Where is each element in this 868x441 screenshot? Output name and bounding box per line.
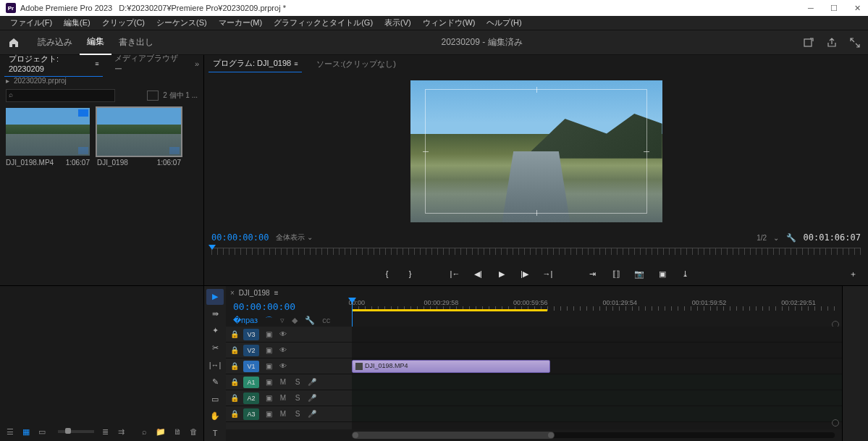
- panel-menu-icon[interactable]: ≡: [274, 289, 279, 297]
- track-v2[interactable]: [352, 343, 842, 358]
- track-a3[interactable]: [352, 406, 842, 422]
- lock-icon[interactable]: 🔒: [230, 410, 239, 418]
- project-item[interactable]: DJI_0198.MP41:06:07: [6, 108, 90, 167]
- new-bin-icon[interactable]: [147, 91, 159, 101]
- step-forward-button[interactable]: |▶: [518, 267, 531, 280]
- menu-window[interactable]: ウィンドウ(W): [417, 16, 481, 30]
- sequence-thumbnail[interactable]: [97, 108, 181, 156]
- toggle-output-icon[interactable]: ▣: [264, 346, 274, 354]
- window-close-button[interactable]: ✕: [852, 3, 862, 13]
- source-tab[interactable]: ソース:(クリップなし): [312, 56, 400, 72]
- settings-icon[interactable]: 🔧: [305, 316, 315, 325]
- timeline-ruler[interactable]: 00:00 00:00:29:58 00:00:59:56 00:01:29:5…: [352, 299, 835, 312]
- fit-dropdown[interactable]: 全体表示 ⌄: [276, 232, 313, 243]
- work-area-bar[interactable]: [352, 309, 547, 311]
- track-header-v2[interactable]: 🔒V2▣👁: [226, 343, 352, 358]
- program-timecode-in[interactable]: 00:00:00:00: [211, 232, 269, 243]
- menu-help[interactable]: ヘルプ(H): [481, 16, 527, 30]
- lock-icon[interactable]: 🔒: [230, 362, 239, 370]
- playback-resolution-dropdown[interactable]: 1/2 ⌄: [757, 234, 778, 242]
- go-to-out-button[interactable]: →|: [542, 267, 555, 280]
- rectangle-tool[interactable]: ▭: [206, 391, 224, 407]
- toggle-track-icon[interactable]: 👁: [278, 330, 288, 338]
- type-tool[interactable]: T: [206, 426, 224, 442]
- track-header-a1[interactable]: 🔒A1▣MS🎤: [226, 374, 352, 390]
- go-to-in-button[interactable]: |←: [449, 267, 462, 280]
- snap-toggle[interactable]: �праз: [233, 316, 258, 325]
- pen-tool[interactable]: ✎: [206, 374, 224, 390]
- play-button[interactable]: ▶: [495, 267, 508, 280]
- program-playhead[interactable]: [211, 245, 219, 252]
- project-item[interactable]: DJI_01981:06:07: [97, 108, 181, 167]
- scrollbar-thumb[interactable]: [352, 432, 555, 439]
- timeline-timecode[interactable]: 00:00:00:00: [233, 301, 295, 312]
- sequence-tab[interactable]: DJI_0198: [239, 289, 270, 297]
- track-a1[interactable]: [352, 374, 842, 390]
- caption-track-icon[interactable]: cc: [322, 316, 330, 324]
- step-back-button[interactable]: ◀|: [472, 267, 485, 280]
- menu-graphics[interactable]: グラフィックとタイトル(G): [268, 16, 379, 30]
- freeform-view-icon[interactable]: ▭: [38, 427, 46, 437]
- delete-button[interactable]: 🗑: [189, 427, 198, 437]
- find-icon[interactable]: ⌕: [140, 427, 148, 437]
- mark-out-button[interactable]: }: [404, 267, 417, 280]
- new-item-button[interactable]: 🗎: [173, 427, 182, 437]
- window-maximize-button[interactable]: ☐: [829, 3, 839, 13]
- toggle-output-icon[interactable]: ▣: [264, 330, 274, 338]
- slip-tool[interactable]: |↔|: [206, 357, 224, 373]
- track-header-a3[interactable]: 🔒A3▣MS🎤: [226, 406, 352, 422]
- lock-icon[interactable]: 🔒: [230, 378, 239, 386]
- panel-overflow-icon[interactable]: »: [195, 59, 199, 68]
- window-minimize-button[interactable]: ─: [806, 3, 816, 13]
- new-bin-button[interactable]: 📁: [156, 427, 166, 437]
- panel-menu-icon[interactable]: ≡: [95, 60, 98, 67]
- toggle-output-icon[interactable]: ▣: [264, 378, 274, 386]
- mark-in-button[interactable]: {: [381, 267, 394, 280]
- lock-icon[interactable]: 🔒: [230, 330, 239, 338]
- menu-clip[interactable]: クリップ(C): [96, 16, 151, 30]
- track-header-v3[interactable]: 🔒V3▣👁: [226, 327, 352, 343]
- share-icon[interactable]: [826, 37, 838, 49]
- marker-icon[interactable]: ◆: [292, 316, 298, 325]
- selection-tool[interactable]: ▶: [206, 289, 224, 305]
- track-v1[interactable]: DJI_0198.MP4: [352, 358, 842, 374]
- menu-sequence[interactable]: シーケンス(S): [151, 16, 213, 30]
- home-icon[interactable]: [7, 36, 20, 49]
- fullscreen-icon[interactable]: [849, 37, 861, 49]
- track-header-a2[interactable]: 🔒A2▣MS🎤: [226, 390, 352, 406]
- program-tab[interactable]: プログラム: DJI_0198≡: [208, 55, 302, 72]
- voiceover-icon[interactable]: 🎤: [307, 410, 317, 418]
- automate-to-sequence-icon[interactable]: ⇉: [117, 427, 126, 437]
- icon-view-icon[interactable]: ▦: [22, 427, 30, 437]
- menu-marker[interactable]: マーカー(M): [213, 16, 269, 30]
- lift-button[interactable]: ⇥: [586, 267, 599, 280]
- toggle-track-icon[interactable]: 👁: [278, 362, 288, 370]
- voiceover-icon[interactable]: 🎤: [307, 394, 317, 402]
- toggle-output-icon[interactable]: ▣: [264, 362, 274, 370]
- toggle-output-icon[interactable]: ▣: [264, 394, 274, 402]
- razor-tool[interactable]: ✂: [206, 340, 224, 356]
- toggle-track-icon[interactable]: 👁: [278, 346, 288, 354]
- quick-export-icon[interactable]: [803, 37, 814, 49]
- project-search-input[interactable]: [6, 89, 115, 102]
- hand-tool[interactable]: ✋: [206, 408, 224, 424]
- list-view-icon[interactable]: ☰: [6, 427, 14, 437]
- comparison-view-button[interactable]: ▣: [656, 267, 669, 280]
- voiceover-icon[interactable]: 🎤: [307, 378, 317, 386]
- track-header-v1[interactable]: 🔒V1▣👁: [226, 358, 352, 374]
- settings-icon[interactable]: 🔧: [786, 233, 796, 243]
- program-scrub-bar[interactable]: [204, 245, 868, 262]
- program-monitor-view[interactable]: [204, 72, 868, 230]
- marker-icon[interactable]: ▿: [280, 316, 285, 325]
- button-editor-icon[interactable]: ＋: [846, 267, 859, 280]
- extract-button[interactable]: ⟦⟧: [610, 267, 623, 280]
- lock-icon[interactable]: 🔒: [230, 346, 239, 354]
- timeline-clip[interactable]: DJI_0198.MP4: [352, 360, 550, 373]
- menu-view[interactable]: 表示(V): [379, 16, 417, 30]
- sort-icon[interactable]: ≣: [101, 427, 110, 437]
- lock-icon[interactable]: 🔒: [230, 394, 239, 402]
- export-frame-button[interactable]: 📷: [633, 267, 646, 280]
- timeline-zoom-scrollbar[interactable]: [352, 431, 835, 440]
- ripple-edit-tool[interactable]: ✦: [206, 323, 224, 339]
- clip-thumbnail[interactable]: [6, 108, 90, 156]
